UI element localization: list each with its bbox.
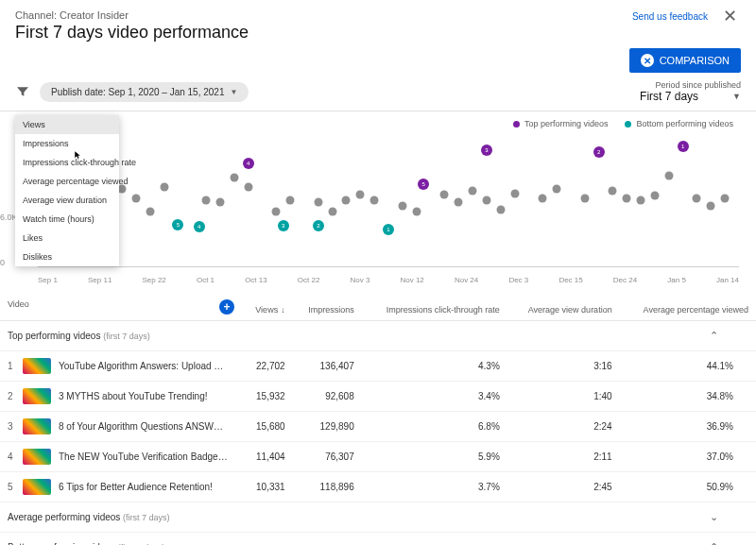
video-thumbnail [23, 418, 51, 434]
chart-point[interactable] [412, 208, 421, 216]
metric-option[interactable]: Average view duration [15, 191, 119, 210]
chart-point[interactable]: 1 [678, 141, 689, 152]
chart-point[interactable]: 2 [593, 146, 605, 158]
table-row[interactable]: 56 Tips for Better Audience Retention!10… [0, 472, 756, 502]
add-column-button[interactable]: + [219, 299, 234, 315]
chevron-down-icon[interactable]: ⌄ [710, 511, 718, 523]
metric-option[interactable]: Views [15, 115, 119, 134]
video-thumbnail [23, 358, 51, 374]
chart-point[interactable]: 4 [243, 158, 254, 169]
legend-bottom: Bottom performing videos [625, 119, 733, 128]
scatter-chart: 1234512345 [38, 128, 739, 265]
comparison-button[interactable]: ✕ COMPARISON [629, 48, 741, 73]
chart-point[interactable] [342, 196, 351, 205]
video-thumbnail [23, 449, 51, 465]
close-icon[interactable]: ✕ [719, 6, 741, 26]
chart-point[interactable] [370, 196, 379, 205]
chart-point[interactable] [272, 208, 281, 216]
video-title: 6 Tips for Better Audience Retention! [59, 482, 213, 492]
chart-point[interactable] [244, 182, 252, 191]
chart-point[interactable] [707, 202, 715, 211]
chart-point[interactable] [650, 192, 659, 200]
chart-point[interactable] [510, 189, 519, 197]
group-header-row[interactable]: Average performing videos (first 7 days)… [0, 502, 756, 533]
filter-icon[interactable] [15, 84, 30, 99]
chart-point[interactable] [553, 185, 561, 194]
chart-point[interactable]: 1 [383, 224, 394, 235]
chart-point[interactable] [721, 194, 730, 202]
video-title: 3 MYTHS about YouTube Trending! [59, 391, 208, 401]
metric-option[interactable]: Impressions click-through rate [15, 153, 119, 172]
chart-point[interactable] [580, 194, 589, 202]
chart-point[interactable]: 5 [172, 219, 183, 230]
chart-point[interactable] [230, 174, 238, 182]
publish-date-filter-chip[interactable]: Publish date: Sep 1, 2020 – Jan 15, 2021… [40, 82, 249, 102]
chart-point[interactable] [455, 198, 463, 207]
chart-point[interactable] [496, 205, 505, 213]
chart-point[interactable]: 3 [278, 220, 289, 231]
chart-point[interactable]: 2 [313, 220, 324, 231]
metric-option[interactable]: Dislikes [15, 247, 119, 266]
column-header[interactable]: Average percentage viewed [620, 294, 756, 321]
chart-point[interactable]: 3 [481, 145, 492, 156]
chart-point[interactable] [160, 182, 168, 191]
chart-point[interactable] [482, 196, 490, 205]
video-title: 8 of Your Algorithm Questions ANSWERED! [59, 421, 229, 432]
send-feedback-link[interactable]: Send us feedback [632, 11, 708, 22]
chart-point[interactable] [637, 196, 645, 205]
chart-point[interactable]: 5 [418, 179, 429, 190]
chart-point[interactable] [286, 196, 295, 205]
metric-option[interactable]: Watch time (hours) [15, 210, 119, 229]
x-tick-labels: Sep 1Sep 11Sep 22Oct 1Oct 13Oct 22Nov 3N… [38, 276, 739, 284]
chart-point[interactable] [314, 198, 322, 207]
column-header[interactable]: Impressions click-through rate [362, 294, 507, 321]
group-header-row[interactable]: Top performing videos (first 7 days)⌃ [0, 321, 756, 351]
table-row[interactable]: 4The NEW YouTube Verification Badge: Eve… [0, 442, 756, 472]
column-header[interactable]: Video+ [0, 294, 242, 321]
chart-point[interactable] [328, 208, 336, 216]
table-row[interactable]: 23 MYTHS about YouTube Trending!15,93292… [0, 382, 756, 412]
column-header[interactable]: Impressions [293, 294, 362, 321]
metric-option[interactable]: Average percentage viewed [15, 172, 119, 191]
metric-option[interactable]: Impressions [15, 134, 119, 153]
legend-top: Top performing videos [513, 119, 609, 128]
performance-table: Video+Views↓ImpressionsImpressions click… [0, 294, 756, 545]
table-row[interactable]: 38 of Your Algorithm Questions ANSWERED!… [0, 412, 756, 442]
chart-point[interactable] [664, 171, 673, 179]
table-row[interactable]: 1YouTube Algorithm Answers: Upload Frequ… [0, 351, 756, 382]
sort-desc-icon: ↓ [281, 305, 285, 315]
chart-point[interactable] [440, 191, 449, 199]
video-title: YouTube Algorithm Answers: Upload Freque… [59, 361, 229, 371]
chevron-down-icon: ▼ [732, 92, 741, 101]
period-value: First 7 days [640, 90, 698, 103]
chart-point[interactable] [398, 202, 406, 211]
chart-point[interactable] [693, 194, 701, 202]
period-selector[interactable]: Period since published First 7 days ▼ [640, 80, 741, 103]
chart-point[interactable] [623, 194, 631, 202]
chart-point[interactable] [356, 191, 365, 199]
metric-dropdown[interactable]: ViewsImpressionsImpressions click-throug… [15, 115, 119, 266]
metric-option[interactable]: Likes [15, 229, 119, 247]
column-header[interactable]: Average view duration [507, 294, 620, 321]
chart-point[interactable] [146, 208, 154, 216]
group-header-row[interactable]: Bottom performing videos (first 7 days)⌃ [0, 533, 756, 546]
chevron-down-icon: ▼ [230, 88, 237, 96]
chart-point[interactable] [131, 194, 140, 202]
chart-point[interactable]: 4 [194, 221, 205, 232]
chart-point[interactable] [609, 187, 617, 196]
chevron-up-icon[interactable]: ⌃ [710, 541, 718, 545]
column-header[interactable]: Views↓ [242, 294, 293, 321]
chevron-up-icon[interactable]: ⌃ [710, 330, 718, 342]
chart-point[interactable] [539, 194, 547, 202]
chart-point[interactable] [469, 187, 477, 196]
x-axis [38, 266, 739, 267]
chart-point[interactable] [202, 196, 211, 205]
video-thumbnail [23, 388, 51, 404]
video-thumbnail [23, 479, 51, 495]
filter-chip-label: Publish date: Sep 1, 2020 – Jan 15, 2021 [51, 87, 224, 97]
chart-point[interactable] [215, 198, 224, 207]
period-label: Period since published [640, 80, 741, 90]
y-tick: 0 [0, 258, 5, 267]
video-title: The NEW YouTube Verification Badge: Ever… [59, 451, 229, 462]
comparison-label: COMPARISON [660, 55, 730, 66]
